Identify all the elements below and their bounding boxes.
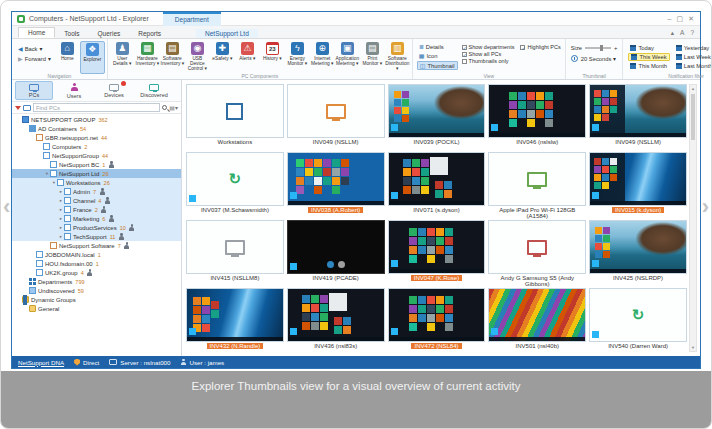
tree-item-marketing[interactable]: ▸Marketing6 <box>12 214 181 223</box>
pc-thumbnail[interactable] <box>186 220 284 274</box>
tree-item-channel[interactable]: ▸Channel4 <box>12 196 181 205</box>
software-inventory-button[interactable]: ▤Software Inventory ▾ <box>160 41 185 72</box>
history-button[interactable]: 23History ▾ <box>260 41 285 72</box>
esafety-button[interactable]: ✚eSafety ▾ <box>210 41 235 72</box>
pc-thumbnail[interactable] <box>388 288 486 342</box>
close-button[interactable]: ✕ <box>688 15 694 23</box>
tree-item-france[interactable]: ▸France2 <box>12 205 181 214</box>
back-button[interactable]: ◀Back▾ <box>16 45 53 52</box>
today-button[interactable]: Today <box>628 44 669 52</box>
usb-device-control-button[interactable]: ◉USB Device Control ▾ <box>185 41 210 72</box>
sidebar-tab-discovered[interactable]: Discovered <box>135 81 173 100</box>
checkbox-show-departments[interactable]: ✓Show departments <box>462 44 515 50</box>
pc-thumbnail[interactable] <box>488 84 586 138</box>
ribbon-tab-queries[interactable]: Queries <box>89 29 130 38</box>
last-month-button[interactable]: Last Month <box>674 62 712 70</box>
energy-monitor-button[interactable]: ϟEnergy Monitor ▾ <box>285 41 310 72</box>
last-week-button[interactable]: Last Week <box>674 53 712 61</box>
pc-thumbnail[interactable] <box>589 84 687 138</box>
pc-thumbnail[interactable] <box>388 152 486 206</box>
refresh-interval-dropdown[interactable]: 20 Seconds ▾ <box>571 55 618 62</box>
maximize-button[interactable]: ▢ <box>677 15 684 23</box>
carousel-prev-icon[interactable]: ‹ <box>3 197 10 217</box>
tree-item-gbr-netsupport-net[interactable]: GBR.netsupport.net44 <box>12 133 181 142</box>
ribbon-tab-netsupport-ltd[interactable]: NetSupport Ltd <box>196 29 258 38</box>
application-metering-button[interactable]: ▣Application Metering ▾ <box>335 41 360 72</box>
user-details-button[interactable]: ♟User Details ▾ <box>110 41 135 72</box>
internet-metering-button[interactable]: ⊕Internet Metering ▾ <box>310 41 335 72</box>
pc-thumbnail[interactable] <box>388 220 486 274</box>
tree-item-computers[interactable]: Computers2 <box>12 142 181 151</box>
minimize-button[interactable]: – <box>668 15 672 23</box>
this-week-button[interactable]: This Week <box>628 53 669 61</box>
tree-item-uk2k-group[interactable]: UK2K.group4 <box>12 268 181 277</box>
pc-thumbnail[interactable] <box>488 220 586 274</box>
pc-thumbnail[interactable] <box>186 288 284 342</box>
details-button[interactable]: ≣Details <box>417 43 458 50</box>
tree-item-jobdomain-local[interactable]: JOBDOMAIN.local1 <box>12 250 181 259</box>
checkbox-highlight-pcs[interactable]: ✓Highlight PCs <box>520 44 560 50</box>
tree-item-dynamic-groups[interactable]: Dynamic Groups <box>12 295 181 304</box>
sidebar-tab-users[interactable]: Users <box>55 81 93 100</box>
search-icon[interactable] <box>162 105 167 110</box>
tree-item-techsupport[interactable]: ▸TechSupport11 <box>12 232 181 241</box>
filter-icon[interactable] <box>15 106 21 110</box>
pc-thumbnail[interactable] <box>287 84 385 138</box>
size-plus-button[interactable]: + <box>614 45 617 51</box>
brand-link[interactable]: NetSupport DNA <box>18 359 64 366</box>
icon-button[interactable]: ▦Icon <box>417 52 458 59</box>
tree-item-netsupport-software[interactable]: NetSupport Software7 <box>12 241 181 250</box>
pc-thumbnail[interactable] <box>488 288 586 342</box>
pc-thumbnail[interactable] <box>287 288 385 342</box>
pc-thumbnail[interactable] <box>287 152 385 206</box>
search-input[interactable] <box>33 103 160 112</box>
tree-item-departments[interactable]: Departments799 <box>12 277 181 286</box>
find-icon[interactable]: A <box>680 29 684 37</box>
hardware-inventory-button[interactable]: ▦Hardware Inventory ▾ <box>135 41 160 72</box>
ribbon-tab-tools[interactable]: Tools <box>55 29 88 38</box>
pc-thumbnail[interactable] <box>589 152 687 206</box>
pc-thumbnail[interactable] <box>186 84 284 138</box>
size-slider[interactable] <box>585 47 611 49</box>
pc-thumbnail[interactable] <box>186 152 284 206</box>
ribbon-tab-home[interactable]: Home <box>18 27 55 38</box>
tree-item-undiscovered[interactable]: Undiscovered59 <box>12 286 181 295</box>
scrollbar-thumb[interactable] <box>691 94 695 140</box>
scroll-up-icon[interactable]: ▲ <box>690 85 696 92</box>
pc-thumbnail[interactable] <box>388 84 486 138</box>
tree-item-general[interactable]: General <box>12 304 181 313</box>
home-button[interactable]: ⌂ Home <box>55 41 80 72</box>
forward-button[interactable]: ▶Forward▾ <box>16 55 53 62</box>
collapse-ribbon-icon[interactable]: ▴ <box>671 29 674 37</box>
explorer-button[interactable]: ❖ Explorer <box>80 41 105 74</box>
sidebar-tab-devices[interactable]: Devices <box>95 81 133 100</box>
list-menu-icon[interactable]: ▤▾ <box>169 104 178 111</box>
thumbnail-button[interactable]: ◫Thumbnail <box>417 61 458 70</box>
pc-thumbnail[interactable] <box>589 220 687 274</box>
tree-item-netsupport-group[interactable]: NETSUPPORT GROUP362 <box>12 115 181 124</box>
tree-item-productservices[interactable]: ▸ProductServices10 <box>12 223 181 232</box>
this-month-button[interactable]: This Month <box>628 62 669 70</box>
checkbox-show-all-pcs[interactable]: ✓Show all PCs <box>462 51 515 57</box>
tree-item-netsupport-bc[interactable]: NetSupport BC1 <box>12 160 181 169</box>
alerts-button[interactable]: ⚠Alerts ▾ <box>235 41 260 72</box>
software-distribution-button[interactable]: ▥Software Distribution ▾ <box>385 41 410 72</box>
yesterday-button[interactable]: Yesterday <box>674 44 712 52</box>
pc-thumbnail[interactable] <box>589 288 687 342</box>
sidebar-tab-pcs[interactable]: PCs <box>15 81 53 100</box>
slider-knob[interactable] <box>600 45 603 51</box>
ribbon-tab-reports[interactable]: Reports <box>129 29 170 38</box>
tree-item-netsupport-ltd[interactable]: ▾NetSupport Ltd26 <box>12 169 181 178</box>
print-monitor-button[interactable]: ▤Print Monitor ▾ <box>360 41 385 72</box>
vertical-scrollbar[interactable]: ▲ ▼ <box>689 84 697 352</box>
pc-thumbnail[interactable] <box>287 220 385 274</box>
pc-thumbnail[interactable] <box>488 152 586 206</box>
tree-item-netsupportgroup[interactable]: NetSupportGroup44 <box>12 151 181 160</box>
carousel-next-icon[interactable]: › <box>702 197 709 217</box>
help-icon[interactable]: ? <box>690 29 694 37</box>
tree-item-hou-fsdomain-00[interactable]: HOU.fsdomain.001 <box>12 259 181 268</box>
tree-item-ad-containers[interactable]: AD Containers54 <box>12 124 181 133</box>
tree-item-workstations[interactable]: ▾Workstations26 <box>12 178 181 187</box>
tab-department[interactable]: Department <box>163 12 221 26</box>
checkbox-thumbnails-only[interactable]: Thumbnails only <box>462 58 515 64</box>
